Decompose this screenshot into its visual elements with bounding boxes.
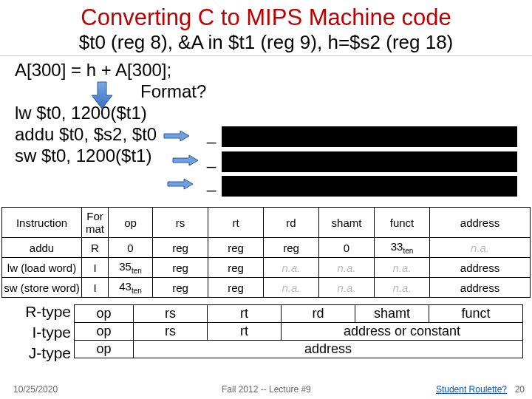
- cell: op: [75, 341, 134, 358]
- cell: rt: [208, 323, 282, 341]
- cell-rs: reg: [153, 238, 208, 258]
- footer-link[interactable]: Student Roulette?: [436, 384, 507, 395]
- cell-addr: n.a.: [430, 238, 531, 258]
- format-layout-table: op rs rt rd shamt funct op rs rt address…: [74, 304, 523, 358]
- cell-funct: 33ten: [375, 238, 430, 258]
- blank-dash: _: [207, 174, 216, 193]
- cell: rd: [282, 305, 355, 323]
- col-op: op: [109, 208, 153, 238]
- slide-body: A[300] = h + A[300]; Format? lw $t0, 120…: [0, 56, 532, 166]
- cell-shamt: n.a.: [319, 278, 375, 298]
- col-rs: rs: [153, 208, 208, 238]
- col-format: For mat: [82, 208, 109, 238]
- cell-op: 35ten: [109, 258, 153, 278]
- table-row: op rs rt address or constant: [75, 323, 523, 341]
- col-rt: rt: [208, 208, 264, 238]
- cell-rd: reg: [264, 238, 319, 258]
- slide-subtitle: $t0 (reg 8), &A in $t1 (reg 9), h=$s2 (r…: [0, 31, 532, 56]
- cell-rt: reg: [208, 258, 264, 278]
- arrow-right-icon: [166, 178, 194, 188]
- col-address: address: [430, 208, 531, 238]
- cell-rs: reg: [153, 278, 208, 298]
- table-row: op address: [75, 341, 523, 358]
- hidden-answer-box: [222, 151, 517, 172]
- col-rd: rd: [264, 208, 319, 238]
- footer-date: 10/25/2020: [13, 384, 58, 395]
- footer-page: 20: [515, 384, 525, 395]
- cell: op: [75, 305, 134, 323]
- label-jtype: J-type: [7, 343, 71, 364]
- cell: op: [75, 323, 134, 341]
- hidden-answer-box: [222, 126, 517, 147]
- cell-op: 0: [109, 238, 153, 258]
- blank-dash: _: [207, 126, 216, 145]
- cell-addr: address: [430, 278, 531, 298]
- col-instruction: Instruction: [2, 208, 82, 238]
- col-shamt: shamt: [319, 208, 375, 238]
- cell-op: 43ten: [109, 278, 153, 298]
- cell-addr: address: [430, 258, 531, 278]
- cell-funct: n.a.: [375, 278, 430, 298]
- cell-rt: reg: [208, 238, 264, 258]
- table-row: lw (load word) I 35ten reg reg n.a. n.a.…: [2, 258, 531, 278]
- cell: rs: [134, 305, 208, 323]
- cell-fmt: I: [82, 258, 109, 278]
- cell-rs: reg: [153, 258, 208, 278]
- cell: shamt: [355, 305, 429, 323]
- table-row: op rs rt rd shamt funct: [75, 305, 523, 323]
- cell: address: [134, 341, 523, 358]
- label-itype: I-type: [7, 322, 71, 343]
- col-funct: funct: [375, 208, 430, 238]
- cell: rt: [208, 305, 282, 323]
- slide-title: Converting C to MIPS Machine code: [0, 0, 532, 31]
- cell-fmt: I: [82, 278, 109, 298]
- arrow-right-icon: [171, 154, 200, 165]
- label-rtype: R-type: [7, 301, 71, 322]
- cell-rd: n.a.: [264, 278, 319, 298]
- cell: rs: [134, 323, 208, 341]
- table-row: addu R 0 reg reg reg 0 33ten n.a.: [2, 238, 531, 258]
- cell-rt: reg: [208, 278, 264, 298]
- blank-dash: _: [207, 150, 216, 169]
- cell: address or constant: [282, 323, 523, 341]
- table-row: sw (store word) I 43ten reg reg n.a. n.a…: [2, 278, 531, 298]
- instruction-fields-table: Instruction For mat op rs rt rd shamt fu…: [1, 207, 531, 298]
- cell-shamt: 0: [319, 238, 375, 258]
- cell-instr: sw (store word): [2, 278, 82, 298]
- cell-instr: lw (load word): [2, 258, 82, 278]
- cell-instr: addu: [2, 238, 82, 258]
- footer-lecture: Fall 2012 -- Lecture #9: [222, 384, 311, 395]
- cell-shamt: n.a.: [319, 258, 375, 278]
- arrow-down-icon: [89, 81, 115, 110]
- format-labels: R-type I-type J-type: [7, 301, 71, 364]
- cell-rd: n.a.: [264, 258, 319, 278]
- cell: funct: [429, 305, 523, 323]
- arrow-right-icon: [163, 130, 191, 140]
- cell-fmt: R: [82, 238, 109, 258]
- c-statement: A[300] = h + A[300];: [15, 60, 517, 81]
- table-header-row: Instruction For mat op rs rt rd shamt fu…: [2, 208, 531, 238]
- hidden-answer-box: [222, 176, 517, 197]
- cell-funct: n.a.: [375, 258, 430, 278]
